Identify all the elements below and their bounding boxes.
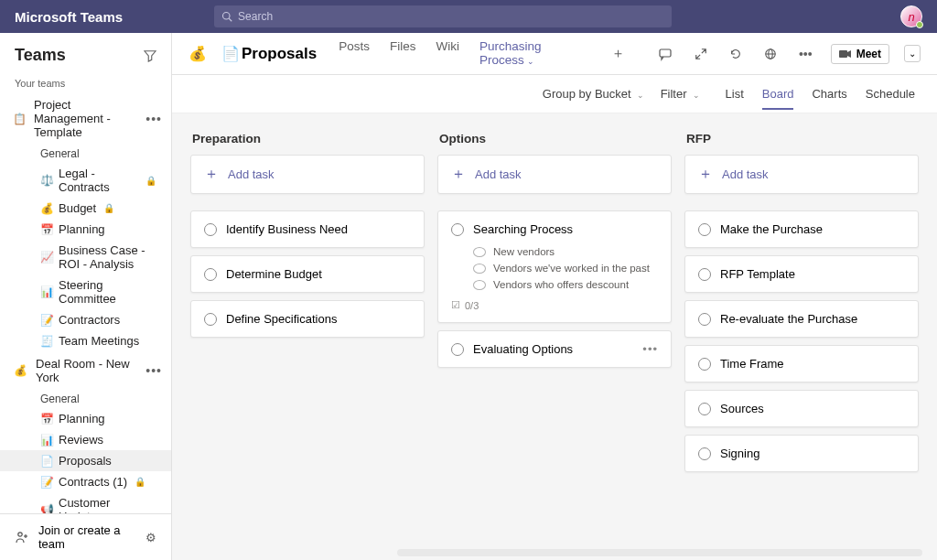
svg-rect-5 [660, 49, 671, 57]
channel-item[interactable]: 🧾Team Meetings [0, 330, 171, 351]
channel-item[interactable]: 📝Contracts (1)🔒 [0, 471, 171, 492]
complete-radio[interactable] [698, 403, 711, 415]
checklist-item[interactable]: Vendors who offers descount [473, 278, 650, 290]
channel-name: Reviews [59, 433, 103, 447]
add-task-button[interactable]: ＋Add task [437, 155, 672, 194]
task-card[interactable]: Re-evaluate the Purchase [684, 300, 919, 338]
complete-radio[interactable] [698, 223, 711, 236]
checklist-radio[interactable] [473, 280, 486, 290]
task-card[interactable]: RFP Template [684, 255, 919, 293]
team-name: Deal Room - New York [36, 357, 138, 384]
card-title: Make the Purchase [720, 222, 823, 236]
bucket: Preparation＋Add taskIdentify Business Ne… [190, 132, 425, 479]
channel-item[interactable]: ⚖️Legal - Contracts🔒 [0, 163, 171, 198]
bucket-title: Preparation [190, 132, 425, 145]
card-title: Identify Business Need [226, 222, 348, 236]
general-channel[interactable]: General [0, 390, 171, 408]
task-card[interactable]: Make the Purchase [684, 210, 919, 248]
app-brand: Microsoft Teams [15, 9, 123, 25]
view-board[interactable]: Board [762, 87, 794, 110]
channel-item[interactable]: 📈Business Case - ROI - Analysis [0, 240, 171, 275]
complete-radio[interactable] [451, 343, 464, 356]
checklist-radio[interactable] [473, 247, 486, 257]
filter-dropdown[interactable]: Filter⌄ [661, 87, 700, 101]
complete-radio[interactable] [698, 358, 711, 371]
tab-wiki[interactable]: Wiki [434, 28, 461, 80]
task-card[interactable]: Define Specifications [190, 300, 425, 338]
card-more-icon[interactable]: ••• [642, 342, 658, 356]
checklist-item[interactable]: New vendors [473, 245, 650, 257]
bucket: RFP＋Add taskMake the PurchaseRFP Templat… [684, 132, 919, 479]
team-more-icon[interactable]: ••• [145, 112, 162, 126]
channel-item[interactable]: 📝Contractors [0, 309, 171, 330]
channel-name: Team Meetings [59, 334, 139, 348]
svg-rect-9 [839, 50, 847, 58]
more-icon[interactable]: ••• [795, 47, 816, 61]
task-card[interactable]: Signing [684, 435, 919, 472]
view-list[interactable]: List [726, 87, 744, 101]
channel-icon: 📝 [40, 314, 53, 327]
complete-radio[interactable] [698, 268, 711, 281]
add-tab-button[interactable]: ＋ [611, 45, 625, 62]
plus-icon: ＋ [698, 165, 713, 184]
view-schedule[interactable]: Schedule [866, 87, 915, 101]
settings-icon[interactable]: ⚙ [145, 531, 156, 544]
add-task-button[interactable]: ＋Add task [684, 155, 919, 194]
card-title: Evaluating Options [473, 342, 573, 356]
tab-purchasing-process[interactable]: Purchasing Process⌄ [478, 28, 597, 80]
checklist-item[interactable]: Vendors we've worked in the past [473, 262, 650, 274]
team-row[interactable]: 📋Project Management - Template••• [0, 92, 171, 145]
task-card[interactable]: Determine Budget [190, 255, 425, 293]
complete-radio[interactable] [698, 313, 711, 326]
globe-icon[interactable] [760, 48, 781, 60]
team-icon: 💰 [13, 361, 28, 380]
channel-name: Contractors [59, 313, 120, 327]
meet-dropdown[interactable]: ⌄ [904, 45, 921, 62]
join-create-team[interactable]: Join or create a team ⚙ [0, 513, 171, 560]
expand-icon[interactable] [691, 48, 711, 60]
horizontal-scrollbar[interactable] [397, 549, 922, 556]
task-card[interactable]: Identify Business Need [190, 210, 425, 248]
search-input[interactable]: Search [214, 5, 672, 27]
task-card[interactable]: Time Frame [684, 345, 919, 382]
view-charts[interactable]: Charts [812, 87, 846, 101]
user-avatar[interactable]: n [900, 5, 922, 27]
complete-radio[interactable] [204, 223, 217, 236]
task-card[interactable]: Evaluating Options••• [437, 330, 672, 368]
filter-icon[interactable] [144, 49, 156, 62]
group-by-dropdown[interactable]: Group by Bucket⌄ [543, 87, 644, 101]
planner-toolbar: Group by Bucket⌄ Filter⌄ ListBoardCharts… [172, 75, 937, 113]
reply-icon[interactable] [654, 47, 676, 61]
channel-item[interactable]: 📢Customer Updates [0, 492, 171, 513]
team-icon: 📋 [13, 110, 27, 128]
team-more-icon[interactable]: ••• [145, 363, 162, 378]
channel-item[interactable]: 📅Planning [0, 408, 171, 429]
tab-posts[interactable]: Posts [337, 28, 372, 80]
complete-radio[interactable] [204, 268, 217, 281]
card-title: Re-evaluate the Purchase [720, 312, 857, 326]
card-title: Searching Process [473, 222, 573, 236]
team-row[interactable]: 💰Deal Room - New York••• [0, 351, 171, 390]
channel-icon: 📢 [40, 503, 53, 513]
task-card[interactable]: Sources [684, 390, 919, 427]
task-card[interactable]: Searching ProcessNew vendorsVendors we'v… [437, 210, 672, 323]
tab-files[interactable]: Files [388, 28, 418, 80]
teams-sidebar: Teams Your teams📋Project Management - Te… [0, 33, 172, 560]
channel-item[interactable]: 📊Reviews [0, 429, 171, 450]
bucket-title: RFP [684, 132, 919, 145]
complete-radio[interactable] [204, 313, 217, 326]
checklist-radio[interactable] [473, 264, 486, 274]
bucket-title: Options [437, 132, 672, 145]
add-task-button[interactable]: ＋Add task [190, 155, 425, 194]
channel-item[interactable]: 💰Budget🔒 [0, 198, 171, 219]
channel-item[interactable]: 📅Planning [0, 219, 171, 240]
channel-icon: 📝 [40, 476, 53, 489]
complete-radio[interactable] [451, 223, 464, 236]
channel-item[interactable]: 📄Proposals [0, 450, 171, 471]
refresh-icon[interactable] [726, 48, 746, 60]
complete-radio[interactable] [698, 447, 711, 460]
meet-button[interactable]: Meet [831, 44, 889, 64]
channel-name: Proposals [59, 454, 112, 468]
general-channel[interactable]: General [0, 145, 171, 163]
channel-item[interactable]: 📊Steering Committee [0, 275, 171, 309]
